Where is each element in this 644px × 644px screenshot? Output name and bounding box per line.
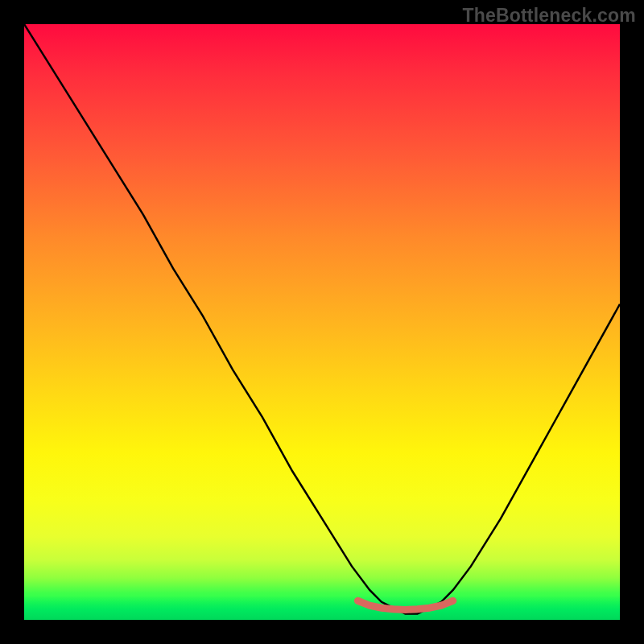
plot-area (24, 24, 620, 620)
bottleneck-curve-path (24, 24, 620, 614)
chart-frame: TheBottleneck.com (0, 0, 644, 644)
watermark-text: TheBottleneck.com (462, 5, 636, 27)
curve-svg (24, 24, 620, 620)
